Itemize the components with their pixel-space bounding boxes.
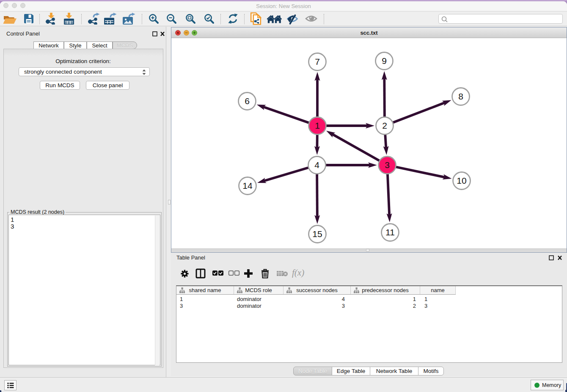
svg-text:10: 10 — [457, 176, 466, 185]
svg-text:15: 15 — [312, 229, 322, 239]
svg-text:14: 14 — [242, 181, 253, 190]
svg-text:7: 7 — [315, 57, 320, 66]
svg-text:1: 1 — [315, 121, 320, 130]
svg-text:8: 8 — [458, 91, 463, 101]
svg-text:11: 11 — [385, 227, 395, 237]
svg-text:3: 3 — [385, 160, 390, 170]
svg-text:4: 4 — [314, 160, 319, 170]
svg-text:6: 6 — [245, 96, 250, 106]
svg-text:2: 2 — [382, 121, 387, 130]
svg-text:9: 9 — [382, 56, 387, 66]
